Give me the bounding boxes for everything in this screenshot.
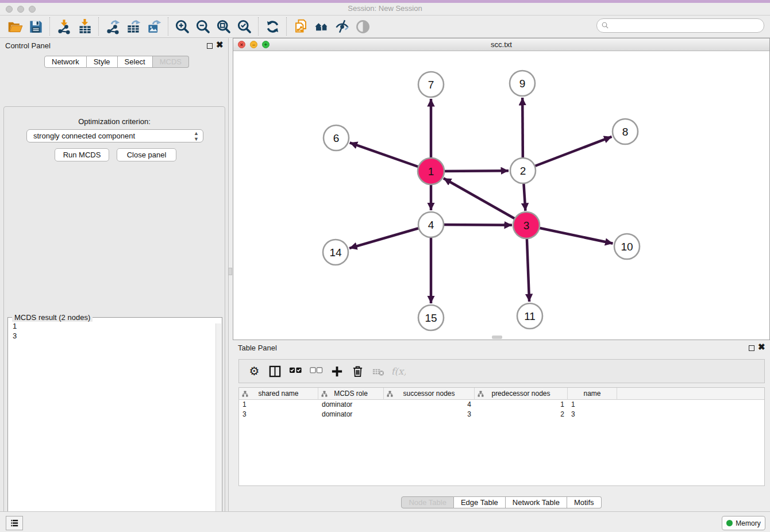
tab-mcds[interactable]: MCDS [153,56,189,68]
close-panel-button[interactable]: Close panel [117,148,176,161]
zoom-in-button[interactable] [172,17,192,36]
import-network-button[interactable] [53,17,74,36]
dropdown-stepper-icon: ▲▼ [194,130,199,142]
mcds-result-lines: 13 [13,321,17,341]
task-history-button[interactable] [6,516,23,530]
settings-button[interactable]: ⚙ [244,361,264,381]
search-box[interactable] [596,18,764,33]
open-session-button[interactable] [5,17,25,36]
import-table-icon [77,19,93,34]
table-toolbar: ⚙f(x) [238,359,765,383]
table-cell[interactable]: dominator [318,400,384,410]
table-panel-float-icon[interactable] [749,345,754,351]
zoom-out-button[interactable] [192,17,213,36]
network-canvas[interactable]: 7968124314101511 [233,51,769,340]
table-panel-close-icon[interactable]: ✖ [758,342,765,352]
graph-edge-2-8[interactable] [523,137,612,171]
save-session-button[interactable] [25,17,46,36]
search-input[interactable] [610,20,764,32]
delete-table-button[interactable] [368,361,388,381]
column-header-name[interactable]: name [568,388,617,400]
table-cell[interactable]: 2 [475,410,568,419]
tab-node-table[interactable]: Node Table [401,496,454,508]
apply-layout-button[interactable] [262,17,283,36]
zoom-out-icon [195,19,211,34]
svg-text:⚙: ⚙ [249,365,259,377]
memory-button[interactable]: Memory [722,516,765,530]
table-row[interactable]: 3dominator323 [239,410,764,419]
network-window: × – + scc.txt 7968124314101511 [233,38,770,340]
table-cell[interactable]: 1 [475,400,568,410]
column-header-label: MCDS role [334,390,368,398]
table-cell[interactable]: 3 [239,410,318,419]
hide-graphics-button[interactable] [332,17,352,36]
result-line: 1 [13,321,17,331]
graph-edge-3-1[interactable] [444,178,526,225]
deselect-all-button[interactable] [306,361,326,381]
table-cell[interactable]: 3 [384,410,475,419]
tab-style[interactable]: Style [87,56,118,68]
level-of-detail-icon [355,19,371,34]
toolbar-separator [98,17,99,36]
tab-network[interactable]: Network [44,56,87,68]
export-image-button[interactable] [144,17,164,36]
toolbar-separator [286,17,287,36]
column-header-predecessor-nodes[interactable]: predecessor nodes [475,388,568,400]
clone-network-button[interactable] [290,17,311,36]
column-header-shared-name[interactable]: shared name [239,388,318,400]
table-panel-title: Table Panel [238,344,277,352]
add-column-icon [330,365,344,378]
result-scrollbar[interactable] [215,323,221,532]
graph-node-label: 2 [520,165,526,177]
titlebar-accent [0,0,770,3]
table-cell[interactable]: 4 [384,400,475,410]
export-table-button[interactable] [123,17,144,36]
function-builder-button[interactable]: f(x) [388,361,409,381]
tab-motifs[interactable]: Motifs [567,496,602,508]
graph-node-label: 6 [333,132,340,144]
import-table-button[interactable] [74,17,95,36]
tab-select[interactable]: Select [118,56,153,68]
column-header-successor-nodes[interactable]: successor nodes [384,388,475,400]
memory-status-icon [726,520,733,526]
table-body: 1dominator4113dominator323 [239,400,764,419]
window-titlebar: Session: New Session [0,0,770,16]
level-of-detail-button[interactable] [352,17,373,36]
table-cell[interactable]: 1 [239,400,318,410]
toolbar-separator [258,17,259,36]
zoom-fit-button[interactable] [213,17,234,36]
table-cell[interactable]: 1 [568,400,617,410]
criterion-dropdown[interactable]: strongly connected component ▲▼ [26,129,203,142]
zoom-selected-button[interactable] [234,17,255,36]
table-cell[interactable]: 3 [568,410,617,419]
column-layout-icon [268,365,282,378]
houses-button[interactable] [311,17,332,36]
graph-node-label: 11 [524,310,536,322]
control-panel-close-icon[interactable]: ✖ [216,40,224,50]
control-panel-float-icon[interactable] [207,43,213,49]
graph-node-label: 14 [329,246,342,259]
column-edit-icon [478,391,484,397]
network-hscrollbar[interactable] [492,336,502,339]
tab-edge-table[interactable]: Edge Table [454,496,506,508]
deselect-all-icon [310,365,323,378]
zoom-selected-icon [237,19,252,34]
mcds-result-box: MCDS result (2 nodes) 13 [7,317,222,532]
run-mcds-button[interactable]: Run MCDS [55,148,109,161]
houses-icon [314,19,329,34]
column-layout-button[interactable] [264,361,285,381]
select-all-icon [289,365,302,378]
network-window-titlebar[interactable]: × – + scc.txt [233,38,769,51]
select-all-button[interactable] [285,361,306,381]
export-network-button[interactable] [102,17,123,36]
control-panel-tabs: NetworkStyleSelectMCDS [44,56,189,68]
svg-text:f(x): f(x) [392,366,406,377]
column-header-MCDS-role[interactable]: MCDS role [318,388,384,400]
table-row[interactable]: 1dominator411 [239,400,764,410]
add-column-button[interactable] [326,361,347,381]
table-cell[interactable]: dominator [318,410,384,419]
delete-column-button[interactable] [347,361,368,381]
splitter-grip[interactable] [228,268,232,275]
column-header-label: name [583,390,600,398]
tab-network-table[interactable]: Network Table [506,496,567,508]
